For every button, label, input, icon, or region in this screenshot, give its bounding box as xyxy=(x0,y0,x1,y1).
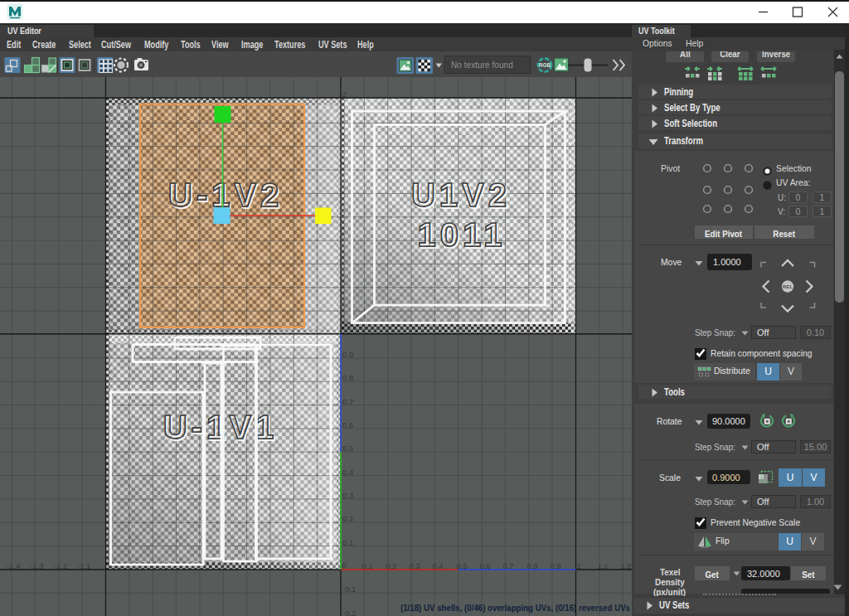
svg-text:0.2: 0.2 xyxy=(342,514,353,523)
svg-text:-0.2: -0.2 xyxy=(342,609,356,616)
svg-text:0.8: 0.8 xyxy=(526,561,537,570)
svg-text:-1.4: -1.4 xyxy=(7,561,20,570)
svg-text:No texture found: No texture found xyxy=(451,59,513,70)
svg-text:0.9: 0.9 xyxy=(342,350,353,359)
svg-text:-0.1: -0.1 xyxy=(342,584,356,594)
svg-text:0.7: 0.7 xyxy=(342,397,353,406)
svg-text:0.2: 0.2 xyxy=(386,561,396,570)
svg-text:0.6: 0.6 xyxy=(479,561,490,570)
svg-text:0.5: 0.5 xyxy=(456,561,467,570)
svg-text:0.3: 0.3 xyxy=(342,491,353,500)
svg-text:REL: REL xyxy=(783,284,793,289)
svg-text:-1.1: -1.1 xyxy=(77,561,90,570)
svg-text:0.1: 0.1 xyxy=(361,561,372,570)
svg-text:0.8: 0.8 xyxy=(342,373,353,382)
svg-text:U1V2: U1V2 xyxy=(411,177,511,213)
svg-text:1.1: 1.1 xyxy=(597,561,608,570)
svg-text:1.2: 1.2 xyxy=(620,561,631,570)
svg-text:0.5: 0.5 xyxy=(342,444,353,453)
svg-text:(1/18) UV shells, (0/46) overl: (1/18) UV shells, (0/46) overlapping UVs… xyxy=(400,603,630,613)
svg-text:2: 2 xyxy=(342,90,347,99)
svg-text:0.9: 0.9 xyxy=(550,561,560,570)
svg-text:1: 1 xyxy=(576,561,580,570)
svg-text:0.6: 0.6 xyxy=(342,420,353,429)
svg-text:-1.3: -1.3 xyxy=(30,561,43,570)
svg-text:-1.2: -1.2 xyxy=(54,561,67,570)
svg-text:1011: 1011 xyxy=(418,216,507,253)
svg-text:0: 0 xyxy=(342,560,347,570)
svg-text:RGB: RGB xyxy=(539,62,551,68)
svg-text:0.1: 0.1 xyxy=(342,538,353,547)
svg-text:0.3: 0.3 xyxy=(409,561,420,570)
svg-text:0.4: 0.4 xyxy=(342,468,353,477)
svg-text:0.4: 0.4 xyxy=(432,561,443,570)
svg-text:0.7: 0.7 xyxy=(502,561,513,570)
